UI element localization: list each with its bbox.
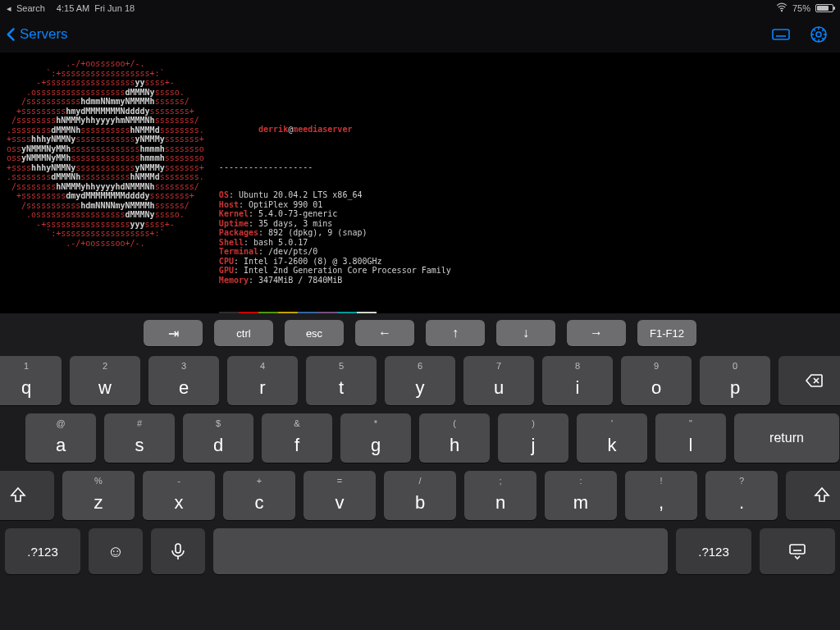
neofetch-line-memory: Memory: 3474MiB / 7840MiB (219, 276, 451, 285)
status-left: ◂ Search 4:15 AM Fri Jun 18 (7, 3, 135, 14)
terminal-output[interactable]: .-/+oossssoo+/-. `:+ssssssssssssssssss+:… (0, 52, 840, 313)
battery-icon (815, 4, 833, 12)
key-return[interactable]: return (734, 413, 839, 463)
backspace-icon (804, 371, 824, 390)
key-t[interactable]: 5t (306, 356, 377, 405)
neofetch-line-uptime: Uptime: 35 days, 3 mins (219, 219, 451, 229)
status-right: 75% (776, 2, 833, 15)
key-r[interactable]: 4r (227, 356, 298, 405)
key-mode-switch[interactable]: .?123 (5, 528, 80, 574)
key-special-esc[interactable]: esc (285, 320, 344, 346)
key-special-→[interactable]: → (567, 320, 626, 346)
svg-rect-19 (176, 544, 180, 553)
wifi-icon (776, 2, 788, 15)
key-c[interactable]: +c (223, 471, 295, 520)
back-label: Servers (20, 26, 68, 43)
key-m[interactable]: :m (545, 471, 617, 520)
status-date: Fri Jun 18 (94, 3, 135, 13)
key-space[interactable] (213, 528, 668, 574)
key-q[interactable]: 1q (0, 356, 62, 405)
key-z[interactable]: %z (62, 471, 135, 520)
shift-icon (8, 486, 28, 505)
microphone-icon (168, 541, 188, 561)
key-f[interactable]: &f (262, 413, 332, 463)
svg-line-13 (814, 30, 815, 31)
key-u[interactable]: 7u (463, 356, 534, 405)
svg-point-0 (781, 11, 782, 11)
key-k[interactable]: 'k (577, 413, 647, 463)
key-p[interactable]: 0p (700, 356, 770, 405)
svg-line-15 (814, 38, 815, 39)
svg-point-8 (816, 32, 821, 37)
neofetch-line-kernel: Kernel: 5.4.0-73-generic (219, 209, 451, 219)
key-shift-right[interactable] (786, 471, 840, 520)
neofetch-ascii-logo: .-/+oossssoo+/-. `:+ssssssssssssssssss+:… (0, 59, 204, 313)
back-to-app-label[interactable]: Search (16, 3, 45, 13)
key-,[interactable]: !, (625, 471, 697, 520)
key-special-ctrl[interactable]: ctrl (214, 320, 273, 346)
key-.[interactable]: ?. (705, 471, 778, 520)
neofetch-hostname: meediaserver (293, 125, 352, 134)
svg-rect-21 (790, 545, 805, 554)
key-special-←[interactable]: ← (355, 320, 414, 346)
key-g[interactable]: *g (340, 413, 411, 463)
nav-bar: Servers (0, 16, 840, 52)
neofetch-user-host: derrik@meediaserver (219, 115, 451, 144)
key-dictation[interactable] (151, 528, 205, 574)
key-backspace[interactable] (778, 356, 840, 405)
key-x[interactable]: -x (143, 471, 215, 520)
neofetch-line-host: Host: OptiPlex 990 01 (219, 200, 451, 210)
status-bar: ◂ Search 4:15 AM Fri Jun 18 75% (0, 0, 840, 16)
key-y[interactable]: 6y (385, 356, 455, 405)
key-emoji[interactable]: ☺ (89, 528, 143, 574)
neofetch-line-packages: Packages: 892 (dpkg), 9 (snap) (219, 228, 451, 238)
key-i[interactable]: 8i (542, 356, 613, 405)
key-special-F1-F12[interactable]: F1-F12 (637, 320, 696, 346)
key-e[interactable]: 3e (148, 356, 219, 405)
hide-keyboard-icon (788, 541, 807, 561)
key-l[interactable]: "l (655, 413, 726, 463)
key-s[interactable]: #s (104, 413, 175, 463)
svg-line-14 (822, 38, 824, 39)
key-d[interactable]: $d (183, 413, 253, 463)
neofetch-line-os: OS: Ubuntu 20.04.2 LTS x86_64 (219, 190, 451, 200)
neofetch-divider: ------------------- (219, 162, 451, 172)
key-v[interactable]: =v (304, 471, 376, 520)
key-o[interactable]: 9o (621, 356, 692, 405)
key-mode-switch-right[interactable]: .?123 (676, 528, 751, 574)
neofetch-info: derrik@meediaserver ------------------- … (204, 59, 451, 313)
key-special-⇥[interactable]: ⇥ (144, 320, 203, 346)
key-hide-keyboard[interactable] (760, 528, 835, 574)
settings-button[interactable] (807, 23, 830, 46)
key-special-↑[interactable]: ↑ (426, 320, 485, 346)
key-shift-left[interactable] (0, 471, 54, 520)
status-time: 4:15 AM (57, 3, 89, 13)
emoji-icon: ☺ (107, 542, 124, 561)
neofetch-line-terminal: Terminal: /dev/pts/0 (219, 247, 451, 257)
key-j[interactable]: )j (498, 413, 568, 463)
chevron-left-icon (3, 26, 20, 43)
keyboard-toggle-button[interactable] (769, 23, 792, 46)
key-b[interactable]: /b (384, 471, 456, 520)
neofetch-line-cpu: CPU: Intel i7-2600 (8) @ 3.800GHz (219, 257, 451, 267)
svg-rect-1 (773, 30, 789, 39)
neofetch-line-gpu: GPU: Intel 2nd Generation Core Processor… (219, 266, 451, 276)
key-n[interactable]: ;n (464, 471, 536, 520)
back-to-app-icon: ◂ (7, 3, 11, 14)
back-button[interactable]: Servers (3, 26, 68, 43)
shift-icon (812, 486, 832, 505)
battery-pct: 75% (792, 3, 810, 13)
onscreen-keyboard: ⇥ctrlesc←↑↓→F1-F12 1q2w3e4r5t6y7u8i9o0p … (0, 313, 840, 630)
svg-line-16 (822, 30, 824, 31)
key-special-↓[interactable]: ↓ (496, 320, 555, 346)
key-h[interactable]: (h (419, 413, 490, 463)
neofetch-user: derrik (258, 125, 288, 134)
key-a[interactable]: @a (25, 413, 96, 463)
neofetch-line-shell: Shell: bash 5.0.17 (219, 238, 451, 248)
key-w[interactable]: 2w (70, 356, 140, 405)
